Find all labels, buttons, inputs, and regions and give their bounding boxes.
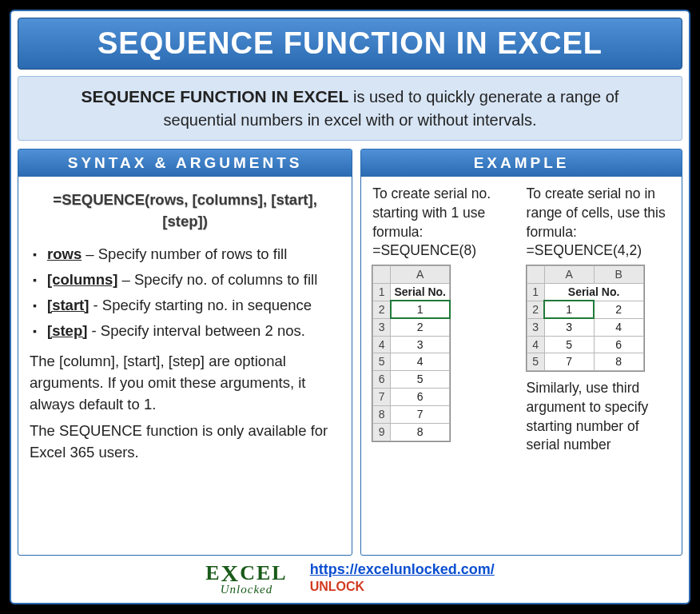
arg-name: [step] — [47, 322, 87, 339]
cell-value: 4 — [594, 318, 643, 336]
arg-rows: rows – Specify number of rows to fill — [33, 244, 340, 265]
cell-value: 5 — [391, 371, 450, 389]
arg-desc: – Specify no. of columns to fill — [117, 271, 317, 288]
row-header: 2 — [527, 301, 544, 318]
row-header: 4 — [527, 336, 544, 353]
cell-value: 4 — [391, 353, 450, 371]
row-header: 5 — [373, 353, 391, 371]
footer-url[interactable]: https://excelunlocked.com/ — [310, 561, 495, 578]
cell-value: 6 — [391, 389, 450, 406]
syntax-note-2: The SEQUENCE function is only available … — [30, 421, 340, 464]
infographic-page: SEQUENCE FUNCTION IN EXCEL SEQUENCE FUNC… — [10, 10, 690, 604]
row-header: 6 — [373, 371, 391, 389]
row-header: 9 — [373, 423, 391, 441]
row-header: 1 — [373, 283, 391, 301]
cell-value: 2 — [391, 318, 450, 336]
arg-desc: - Specify starting no. in sequence — [89, 297, 312, 313]
cell-value: 1 — [391, 301, 450, 318]
cell-value: 1 — [544, 301, 594, 318]
cell-value: 2 — [594, 301, 643, 318]
syntax-note-1: The [column], [start], [step] are option… — [30, 351, 340, 415]
arg-desc: – Specify number of rows to fill — [82, 245, 287, 262]
logo-x-icon: X — [221, 562, 241, 585]
syntax-body: =SEQUENCE(rows, [columns], [start], [ste… — [18, 177, 352, 471]
example-1: To create serial no. starting with 1 use… — [372, 185, 516, 454]
intro-box: SEQUENCE FUNCTION IN EXCEL is used to qu… — [18, 76, 682, 141]
row-header: 7 — [373, 389, 391, 406]
cell-value: 7 — [544, 353, 594, 371]
cell-value: 3 — [391, 336, 450, 353]
cell-value: 8 — [594, 353, 643, 371]
cell-value: 7 — [391, 406, 450, 424]
corner-cell — [527, 265, 544, 283]
intro-line2: sequential numbers in excel with or with… — [164, 111, 537, 129]
arg-name: [start] — [47, 297, 89, 313]
row-header: 4 — [373, 336, 391, 353]
serial-label: Serial No. — [391, 283, 450, 301]
row-header: 3 — [373, 318, 391, 336]
row-header: 3 — [527, 318, 544, 336]
footer-unlock: UNLOCK — [310, 580, 495, 594]
row-header: 2 — [373, 301, 391, 318]
example-heading: EXAMPLE — [361, 150, 682, 177]
syntax-card: SYNTAX & ARGUMENTS =SEQUENCE(rows, [colu… — [18, 149, 352, 556]
serial-label: Serial No. — [544, 283, 643, 301]
col-header-b: B — [594, 265, 643, 283]
intro-lead: SEQUENCE FUNCTION IN EXCEL — [82, 87, 349, 106]
arg-columns: [columns] – Specify no. of columns to fi… — [33, 269, 340, 291]
row-header: 8 — [373, 406, 391, 424]
corner-cell — [373, 265, 391, 283]
arg-step: [step] - Specify interval between 2 nos. — [33, 321, 340, 342]
example-body: To create serial no. starting with 1 use… — [361, 177, 682, 462]
col-header-a: A — [391, 265, 450, 283]
col-header-a: A — [544, 265, 594, 283]
example-1-formula: =SEQUENCE(8) — [372, 241, 516, 261]
page-title: SEQUENCE FUNCTION IN EXCEL — [18, 18, 682, 70]
example-2-text: To create serial no in range of cells, u… — [527, 185, 670, 241]
example-2-formula: =SEQUENCE(4,2) — [527, 241, 670, 261]
arg-name: [columns] — [47, 271, 117, 288]
example-2: To create serial no in range of cells, u… — [527, 185, 670, 454]
example-1-table: A 1Serial No. 21 32 43 54 65 76 87 98 — [372, 265, 450, 441]
example-2-note: Similarly, use third argument to specify… — [527, 379, 670, 455]
arg-name: rows — [47, 245, 82, 262]
intro-rest1: is used to quickly generate a range of — [348, 88, 618, 106]
footer-links: https://excelunlocked.com/ UNLOCK — [310, 561, 495, 594]
cell-value: 3 — [544, 318, 594, 336]
arg-desc: - Specify interval between 2 nos. — [87, 322, 305, 339]
example-card: EXAMPLE To create serial no. starting wi… — [360, 149, 682, 556]
example-1-text: To create serial no. starting with 1 use… — [372, 185, 516, 241]
arg-start: [start] - Specify starting no. in sequen… — [33, 295, 340, 317]
syntax-heading: SYNTAX & ARGUMENTS — [18, 150, 352, 177]
cell-value: 8 — [391, 423, 450, 441]
logo-subtext: Unlocked — [205, 584, 287, 595]
columns: SYNTAX & ARGUMENTS =SEQUENCE(rows, [colu… — [18, 149, 682, 556]
syntax-formula: =SEQUENCE(rows, [columns], [start], [ste… — [30, 189, 340, 233]
cell-value: 6 — [594, 336, 643, 353]
example-2-table: AB 1Serial No. 212 334 456 578 — [527, 265, 644, 371]
cell-value: 5 — [544, 336, 594, 353]
logo: EXCEL Unlocked — [205, 560, 287, 595]
row-header: 5 — [527, 353, 544, 371]
logo-text: EXCEL — [205, 560, 287, 584]
footer: EXCEL Unlocked https://excelunlocked.com… — [18, 556, 682, 596]
example-row: To create serial no. starting with 1 use… — [372, 185, 670, 454]
argument-list: rows – Specify number of rows to fill [c… — [33, 244, 340, 341]
row-header: 1 — [527, 283, 544, 301]
